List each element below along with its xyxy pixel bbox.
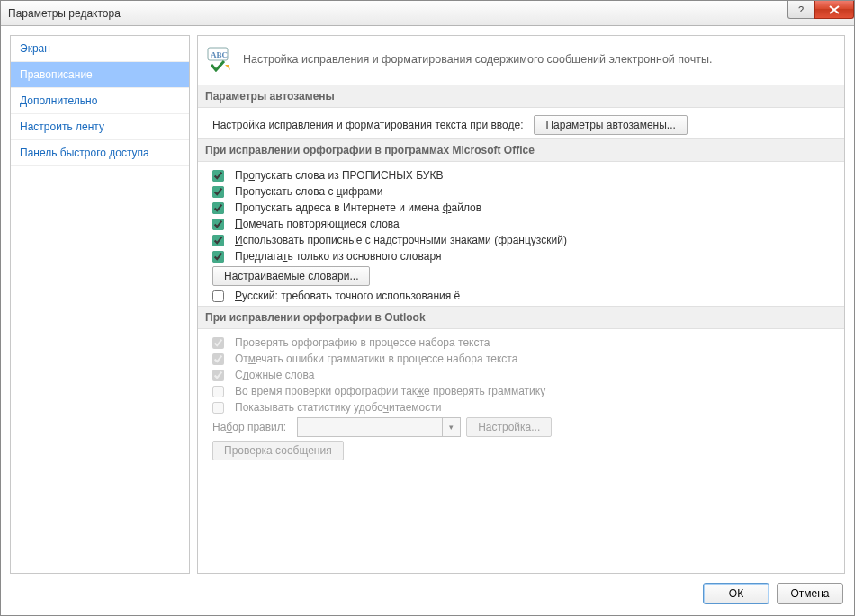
close-button[interactable]	[814, 1, 854, 19]
window-controls: ?	[788, 1, 854, 21]
titlebar[interactable]: Параметры редактора ?	[1, 1, 854, 26]
button-label: Настраиваемые словари...	[224, 270, 358, 282]
check-grammar-as-type	[212, 353, 224, 365]
check-numbers[interactable]	[212, 186, 224, 198]
check-uppercase[interactable]	[212, 170, 224, 182]
check-readability-stats	[212, 402, 224, 414]
check-internet-files-label: Пропускать адреса в Интернете и имена фа…	[235, 201, 482, 214]
autocorrect-row-label: Настройка исправления и форматирования т…	[212, 119, 523, 131]
check-readability-stats-label: Показывать статистику удобочитаемости	[235, 401, 441, 414]
ruleset-settings-button: Настройка...	[466, 417, 552, 437]
check-grammar-with-spell-label: Во время проверки орфографии также прове…	[235, 385, 545, 397]
category-sidebar: Экран Правописание Дополнительно Настрои…	[10, 35, 190, 574]
svg-text:ABC: ABC	[211, 50, 228, 59]
check-spell-as-type	[212, 337, 224, 349]
sidebar-item-quick-access[interactable]: Панель быстрого доступа	[11, 140, 189, 166]
sidebar-item-label: Панель быстрого доступа	[20, 147, 149, 159]
check-main-dict-only-label: Предлагать только из основного словаря	[235, 250, 442, 263]
check-complex-words	[212, 370, 224, 381]
check-uppercase-label: Пропускать слова из ПРОПИСНЫХ БУКВ	[235, 169, 443, 182]
section-autocorrect-header: Параметры автозамены	[198, 85, 844, 108]
ruleset-combo: ▾	[297, 417, 461, 437]
check-french-accents-label: Использовать прописные с надстрочными зн…	[235, 234, 567, 246]
custom-dictionaries-button[interactable]: Настраиваемые словари...	[212, 266, 370, 286]
page-subtitle: Настройка исправления и форматирования с…	[243, 53, 712, 66]
autocorrect-options-button[interactable]: Параметры автозамены...	[534, 115, 687, 135]
button-label: Отмена	[790, 587, 829, 600]
help-button[interactable]: ?	[788, 1, 814, 19]
chevron-down-icon: ▾	[442, 418, 460, 436]
window-title: Параметры редактора	[8, 7, 121, 20]
ruleset-combo-value	[298, 418, 442, 436]
check-russian-yo[interactable]	[212, 290, 224, 302]
content-pane: ABC Настройка исправления и форматирован…	[197, 35, 845, 574]
sidebar-item-proofing[interactable]: Правописание	[11, 62, 189, 88]
sidebar-item-screen[interactable]: Экран	[11, 36, 189, 62]
check-numbers-label: Пропускать слова с цифрами	[235, 185, 383, 198]
sidebar-item-customize-ribbon[interactable]: Настроить ленту	[11, 114, 189, 140]
client-area: Экран Правописание Дополнительно Настрои…	[1, 26, 854, 615]
ruleset-label: Набор правил:	[212, 421, 286, 433]
button-label: Настройка...	[478, 421, 540, 433]
section-outlook-spell-header: При исправлении орфографии в Outlook	[198, 306, 844, 329]
check-russian-yo-label: Русский: требовать точного использования…	[235, 290, 460, 302]
sidebar-item-label: Правописание	[20, 68, 93, 81]
check-french-accents[interactable]	[212, 235, 224, 246]
sidebar-item-advanced[interactable]: Дополнительно	[11, 88, 189, 114]
section-office-spell-header: При исправлении орфографии в программах …	[198, 138, 844, 162]
check-complex-words-label: Сложные слова	[235, 369, 314, 381]
proofing-header-icon: ABC	[207, 47, 234, 72]
button-label: ОК	[729, 587, 743, 600]
check-grammar-as-type-label: Отмечать ошибки грамматики в процессе на…	[235, 353, 518, 365]
ok-button[interactable]: ОК	[703, 583, 770, 604]
dialog-button-row: ОК Отмена	[10, 574, 845, 606]
sidebar-item-label: Экран	[20, 42, 50, 55]
cancel-button[interactable]: Отмена	[777, 583, 843, 604]
sidebar-item-label: Настроить ленту	[20, 121, 104, 133]
check-main-dict-only[interactable]	[212, 251, 224, 263]
check-repeated-label: Помечать повторяющиеся слова	[235, 218, 400, 230]
help-icon: ?	[798, 4, 804, 15]
sidebar-item-label: Дополнительно	[20, 94, 97, 107]
check-grammar-with-spell	[212, 386, 224, 397]
button-label: Проверка сообщения	[224, 444, 332, 457]
check-spell-as-type-label: Проверять орфографию в процессе набора т…	[235, 336, 490, 349]
check-repeated[interactable]	[212, 219, 224, 230]
button-label: Параметры автозамены...	[545, 119, 675, 131]
editor-options-dialog: Параметры редактора ? Экран Правописание…	[0, 0, 855, 616]
close-icon	[829, 5, 840, 14]
recheck-message-button: Проверка сообщения	[212, 441, 344, 460]
check-internet-files[interactable]	[212, 202, 224, 214]
